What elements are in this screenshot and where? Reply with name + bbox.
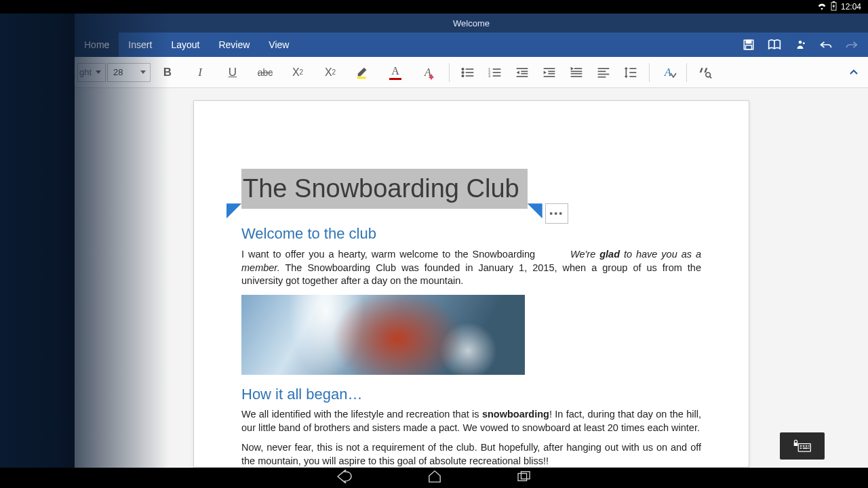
formatting-toolbar: ght 28 B I U abc X2 X2 A A 123 xyxy=(75,57,868,88)
svg-rect-54 xyxy=(800,447,802,449)
save-icon[interactable] xyxy=(742,38,755,52)
svg-rect-1 xyxy=(833,1,835,3)
android-status-bar: 12:04 xyxy=(0,0,868,14)
svg-point-10 xyxy=(462,68,464,70)
svg-rect-53 xyxy=(808,445,810,447)
bold-button[interactable]: B xyxy=(152,60,183,85)
status-time: 12:04 xyxy=(841,2,861,12)
heading-text: The Snowboarding Club xyxy=(243,174,519,203)
selection-handle-end[interactable] xyxy=(528,203,542,218)
tab-review[interactable]: Review xyxy=(209,33,259,57)
reading-view-icon[interactable] xyxy=(768,38,781,52)
inline-image-snowboarder[interactable] xyxy=(241,295,525,375)
svg-marker-31 xyxy=(544,70,547,74)
tab-label: Insert xyxy=(128,39,152,50)
svg-rect-58 xyxy=(518,474,527,481)
underline-button[interactable]: U xyxy=(217,60,248,85)
svg-marker-46 xyxy=(625,76,628,78)
android-nav-bar xyxy=(0,468,868,488)
ribbon-expand-button[interactable] xyxy=(842,60,865,85)
tab-layout[interactable]: Layout xyxy=(161,33,209,57)
redo-icon[interactable] xyxy=(845,38,859,52)
svg-rect-4 xyxy=(746,40,751,43)
svg-marker-36 xyxy=(571,66,574,70)
bulleted-list-button[interactable] xyxy=(455,60,481,85)
svg-rect-56 xyxy=(808,447,810,449)
paragraph[interactable]: I want to offer you a hearty, warm welco… xyxy=(241,248,701,288)
highlight-button[interactable] xyxy=(347,60,378,85)
increase-indent-button[interactable] xyxy=(536,60,562,85)
svg-point-12 xyxy=(462,71,464,73)
home-icon[interactable] xyxy=(427,470,442,486)
tab-label: Home xyxy=(84,39,109,50)
share-icon[interactable] xyxy=(793,38,807,52)
font-size-dropdown[interactable]: 28 xyxy=(107,63,151,82)
svg-rect-50 xyxy=(800,445,802,447)
tab-view[interactable]: View xyxy=(259,33,298,57)
keyboard-lock-button[interactable] xyxy=(780,432,825,460)
paragraph[interactable]: Now, never fear, this is not a requireme… xyxy=(241,441,701,468)
svg-point-8 xyxy=(803,42,805,44)
svg-rect-57 xyxy=(794,443,798,446)
svg-rect-51 xyxy=(803,445,804,447)
tab-label: Layout xyxy=(171,39,199,50)
decrease-indent-button[interactable] xyxy=(509,60,535,85)
svg-marker-26 xyxy=(517,70,519,74)
selection-handle-start[interactable] xyxy=(226,203,241,218)
svg-marker-2 xyxy=(833,3,835,9)
window-title-bar: Welcome xyxy=(75,14,868,33)
svg-point-47 xyxy=(706,73,711,77)
tab-label: View xyxy=(269,39,289,50)
clear-formatting-button[interactable]: A xyxy=(412,60,443,85)
font-size-value: 28 xyxy=(113,67,123,77)
ribbon-actions xyxy=(742,33,868,57)
svg-rect-49 xyxy=(798,444,810,452)
document-heading-selected[interactable]: The Snowboarding Club ••• xyxy=(241,169,528,209)
ribbon-tabs: Home Insert Layout Review View xyxy=(75,33,298,57)
svg-marker-45 xyxy=(625,66,628,68)
svg-point-14 xyxy=(462,75,464,77)
svg-line-48 xyxy=(710,76,712,78)
chevron-down-icon xyxy=(96,70,101,74)
italic-button[interactable]: I xyxy=(184,60,216,85)
battery-charging-icon xyxy=(831,1,837,13)
wifi-icon xyxy=(817,2,827,12)
styles-button[interactable]: A xyxy=(655,60,681,85)
document-title: Welcome xyxy=(453,18,490,28)
font-name-value: ght xyxy=(79,67,92,77)
svg-rect-5 xyxy=(746,45,752,49)
svg-rect-9 xyxy=(357,77,366,79)
document-canvas[interactable]: The Snowboarding Club ••• Welcome to the… xyxy=(75,88,868,468)
toolbar-separator xyxy=(449,63,450,82)
tab-label: Review xyxy=(218,39,250,50)
tab-insert[interactable]: Insert xyxy=(119,33,161,57)
chevron-down-icon xyxy=(140,70,146,74)
paragraph[interactable]: We all identified with the lifestyle and… xyxy=(241,408,701,434)
svg-rect-52 xyxy=(806,445,807,447)
context-menu-button[interactable]: ••• xyxy=(545,203,568,224)
recent-apps-icon[interactable] xyxy=(517,470,532,485)
svg-point-7 xyxy=(799,41,802,44)
alignment-button[interactable] xyxy=(591,60,616,85)
document-page[interactable]: The Snowboarding Club ••• Welcome to the… xyxy=(193,100,749,468)
font-name-dropdown[interactable]: ght xyxy=(77,63,106,82)
superscript-button[interactable]: X2 xyxy=(315,60,346,85)
special-indent-button[interactable] xyxy=(564,60,589,85)
toolbar-separator xyxy=(686,63,687,82)
line-spacing-button[interactable] xyxy=(618,60,644,85)
strikethrough-button[interactable]: abc xyxy=(250,60,281,85)
undo-icon[interactable] xyxy=(819,38,833,52)
ellipsis-icon: ••• xyxy=(549,207,564,220)
heading-how-it-began[interactable]: How it all began… xyxy=(241,384,701,405)
back-icon[interactable] xyxy=(336,470,353,486)
tab-home[interactable]: Home xyxy=(75,33,119,57)
ribbon: Home Insert Layout Review View xyxy=(75,33,868,57)
find-button[interactable] xyxy=(692,60,718,85)
svg-text:3: 3 xyxy=(488,73,490,77)
font-color-button[interactable]: A xyxy=(380,60,411,85)
toolbar-separator xyxy=(649,63,650,82)
svg-rect-59 xyxy=(521,472,530,479)
subscript-button[interactable]: X2 xyxy=(282,60,313,85)
numbered-list-button[interactable]: 123 xyxy=(482,60,508,85)
heading-welcome[interactable]: Welcome to the club xyxy=(241,224,701,244)
